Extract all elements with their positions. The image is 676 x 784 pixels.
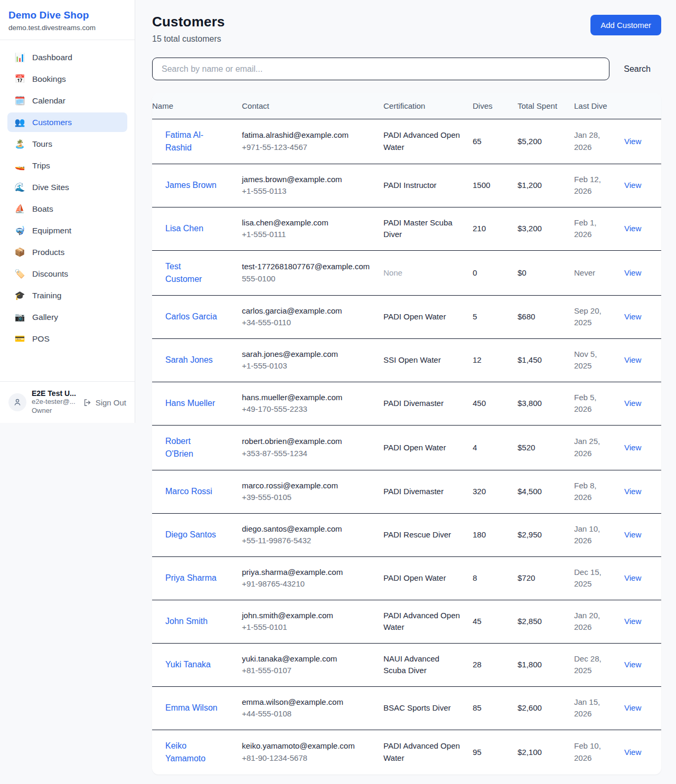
customer-name-link[interactable]: Sarah Jones xyxy=(165,354,213,366)
customer-name-link[interactable]: Emma Wilson xyxy=(165,702,218,714)
view-customer-link[interactable]: View xyxy=(624,530,641,539)
customer-name-link[interactable]: Fatima Al-Rashid xyxy=(165,129,218,154)
customer-name-link[interactable]: Carlos Garcia xyxy=(165,310,217,323)
table-row: Robert O'Brien robert.obrien@example.com… xyxy=(152,425,661,470)
customer-last-dive: Never xyxy=(574,268,595,277)
view-customer-link[interactable]: View xyxy=(624,399,641,408)
customer-total-spent: $680 xyxy=(518,312,535,321)
view-customer-link[interactable]: View xyxy=(624,703,641,712)
column-header: Total Spent xyxy=(518,93,574,119)
customer-name-link[interactable]: Hans Mueller xyxy=(165,397,215,410)
customer-total-spent: $1,200 xyxy=(518,181,542,190)
customer-last-dive: Feb 12, 2026 xyxy=(574,175,601,196)
customer-total-spent: $520 xyxy=(518,443,535,452)
sidebar-item[interactable]: 💳 POS xyxy=(7,329,127,348)
customer-total-spent: $5,200 xyxy=(518,137,542,146)
sidebar-item[interactable]: 🎓 Training xyxy=(7,286,127,305)
customer-email: marco.rossi@example.com xyxy=(242,480,371,492)
sidebar-item[interactable]: 🏷️ Discounts xyxy=(7,264,127,284)
sign-out-button[interactable]: Sign Out xyxy=(83,398,126,407)
view-customer-link[interactable]: View xyxy=(624,224,641,233)
customer-name-link[interactable]: Yuki Tanaka xyxy=(165,658,211,671)
sidebar-item[interactable]: ⛵ Boats xyxy=(7,199,127,219)
view-customer-link[interactable]: View xyxy=(624,443,641,452)
customer-name-link[interactable]: James Brown xyxy=(165,179,217,192)
customer-phone: +1-555-0113 xyxy=(242,185,371,197)
customer-last-dive: Jan 10, 2026 xyxy=(574,524,600,545)
customer-phone: +39-555-0105 xyxy=(242,492,371,504)
sidebar-item[interactable]: 🗓️ Calendar xyxy=(7,91,127,110)
customer-last-dive: Feb 5, 2026 xyxy=(574,393,597,414)
nav-item-label: Boats xyxy=(32,204,53,214)
customer-dives: 8 xyxy=(473,573,477,582)
nav-item-label: Products xyxy=(32,248,64,257)
search-bar: Search xyxy=(152,58,661,80)
view-customer-link[interactable]: View xyxy=(624,617,641,626)
view-customer-link[interactable]: View xyxy=(624,573,641,582)
view-customer-link[interactable]: View xyxy=(624,660,641,669)
customer-certification: PADI Divemaster xyxy=(383,399,444,408)
customer-dives: 210 xyxy=(473,224,486,233)
person-icon xyxy=(13,398,22,407)
customer-dives: 1500 xyxy=(473,181,490,190)
table-row: Sarah Jones sarah.jones@example.com +1-5… xyxy=(152,338,661,382)
nav-item-label: Calendar xyxy=(32,96,65,106)
customers-table: NameContactCertificationDivesTotal Spent… xyxy=(152,93,661,774)
column-header: Certification xyxy=(383,93,473,119)
nav-item-label: Tours xyxy=(32,139,52,149)
view-customer-link[interactable]: View xyxy=(624,355,641,364)
customer-name-link[interactable]: Priya Sharma xyxy=(165,572,217,584)
sidebar-item[interactable]: 👥 Customers xyxy=(7,112,127,132)
customer-dives: 28 xyxy=(473,660,482,669)
customer-email: yuki.tanaka@example.com xyxy=(242,653,371,665)
table-row: John Smith john.smith@example.com +1-555… xyxy=(152,600,661,643)
customer-name-link[interactable]: Marco Rossi xyxy=(165,485,212,498)
sidebar-item[interactable]: 🤿 Equipment xyxy=(7,221,127,240)
sidebar-item[interactable]: 📊 Dashboard xyxy=(7,48,127,67)
nav-item-icon: ⛵ xyxy=(14,204,25,214)
view-customer-link[interactable]: View xyxy=(624,268,641,277)
customer-dives: 180 xyxy=(473,530,486,539)
customer-name-link[interactable]: Robert O'Brien xyxy=(165,435,218,460)
customer-email: priya.sharma@example.com xyxy=(242,566,371,579)
sidebar-item[interactable]: 📦 Products xyxy=(7,242,127,262)
customer-name-link[interactable]: Test Customer xyxy=(165,260,218,286)
customer-last-dive: Sep 20, 2025 xyxy=(574,306,602,327)
customer-dives: 320 xyxy=(473,487,486,496)
customers-table-card: NameContactCertificationDivesTotal Spent… xyxy=(152,93,661,774)
add-customer-button[interactable]: Add Customer xyxy=(590,15,661,35)
sidebar-item[interactable]: 📅 Bookings xyxy=(7,69,127,89)
customer-email: fatima.alrashid@example.com xyxy=(242,129,371,141)
search-button[interactable]: Search xyxy=(624,59,651,79)
sidebar-item[interactable]: 🚤 Trips xyxy=(7,156,127,175)
view-customer-link[interactable]: View xyxy=(624,137,641,146)
customer-total-spent: $1,800 xyxy=(518,660,542,669)
table-row: Test Customer test-1772681807767@example… xyxy=(152,250,661,295)
customer-name-link[interactable]: Keiko Yamamoto xyxy=(165,740,218,765)
sidebar-nav: 📊 Dashboard 📅 Bookings 🗓️ Calendar 👥 Cus… xyxy=(0,40,135,381)
customer-name-link[interactable]: Diego Santos xyxy=(165,528,216,541)
table-header: NameContactCertificationDivesTotal Spent… xyxy=(152,93,661,119)
sidebar-item[interactable]: 🏝️ Tours xyxy=(7,134,127,154)
customer-phone: +91-98765-43210 xyxy=(242,578,371,590)
customer-certification: PADI Advanced Open Water xyxy=(383,130,460,152)
nav-item-label: Equipment xyxy=(32,226,71,235)
nav-item-icon: 🚤 xyxy=(14,160,25,171)
customer-certification: BSAC Sports Diver xyxy=(383,703,451,712)
customer-last-dive: Nov 5, 2025 xyxy=(574,350,597,371)
view-customer-link[interactable]: View xyxy=(624,487,641,496)
sidebar-item[interactable]: 🌊 Dive Sites xyxy=(7,177,127,197)
customer-phone: +49-170-555-2233 xyxy=(242,403,371,415)
column-header: Name xyxy=(152,93,242,119)
customer-phone: +353-87-555-1234 xyxy=(242,448,371,460)
sidebar-item[interactable]: 📷 Gallery xyxy=(7,307,127,327)
customer-name-link[interactable]: John Smith xyxy=(165,615,208,628)
customer-phone: +1-555-0103 xyxy=(242,360,371,372)
customer-name-link[interactable]: Lisa Chen xyxy=(165,222,203,235)
view-customer-link[interactable]: View xyxy=(624,748,641,757)
customer-email: carlos.garcia@example.com xyxy=(242,305,371,317)
view-customer-link[interactable]: View xyxy=(624,181,641,190)
customer-phone: 555-0100 xyxy=(242,273,371,285)
view-customer-link[interactable]: View xyxy=(624,312,641,321)
search-input[interactable] xyxy=(152,58,609,80)
